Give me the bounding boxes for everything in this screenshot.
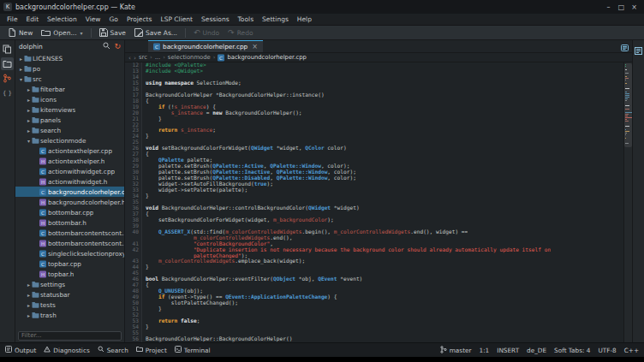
code-line[interactable]: 46bool BackgroundColorHelper::eventFilte… xyxy=(125,276,623,282)
code-line[interactable]: 25 xyxy=(125,139,623,145)
document-list-icon[interactable] xyxy=(621,39,629,55)
chevron-right-icon[interactable]: ▸ xyxy=(18,66,24,72)
redo-button[interactable]: ↷ Redo xyxy=(224,28,257,38)
menu-settings[interactable]: Settings xyxy=(258,14,293,25)
chevron-down-icon[interactable]: ▾ xyxy=(26,138,32,144)
tree-item-licenses[interactable]: ▸LICENSES xyxy=(15,53,124,63)
code-line[interactable]: 19 if (!s_instance) { xyxy=(125,104,623,110)
chevron-right-icon[interactable]: ▸ xyxy=(26,86,32,92)
code-line[interactable]: 53 return false; xyxy=(125,318,623,324)
cursor-position[interactable]: 1:1 xyxy=(479,347,489,354)
menu-selection[interactable]: Selection xyxy=(43,14,81,25)
toggle-project[interactable]: Project xyxy=(136,346,167,354)
chevron-right-icon[interactable]: ▸ xyxy=(18,56,24,62)
code-line[interactable]: 44} xyxy=(125,264,623,270)
breadcrumb-item[interactable]: src xyxy=(139,54,147,61)
maximize-button[interactable]: □ xyxy=(615,3,628,11)
symbols-toolview-button[interactable]: { } xyxy=(1,86,14,99)
undo-button[interactable]: ↶ Undo xyxy=(189,28,224,38)
code-line[interactable]: 13#include <QWidget> xyxy=(125,68,623,74)
code-line[interactable]: 17BackgroundColorHelper *BackgroundColor… xyxy=(125,92,623,98)
tree-item-bottombarcontentscont[interactable]: Hbottombarcontentscont... xyxy=(15,238,124,248)
search-icon[interactable] xyxy=(103,42,110,51)
projects-toolview-button[interactable] xyxy=(1,57,14,70)
tab-close-icon[interactable]: × xyxy=(252,43,258,50)
tree-item-icons[interactable]: ▸icons xyxy=(15,94,124,104)
dictionary-indicator[interactable]: de_DE xyxy=(527,347,546,354)
tree-filter-input[interactable] xyxy=(18,331,122,341)
code-line[interactable]: 51 } xyxy=(125,306,623,312)
toggle-diagnostics[interactable]: Diagnostics xyxy=(44,346,89,354)
tree-item-panels[interactable]: ▸panels xyxy=(15,115,124,125)
tree-item-singleclickselectionproxy[interactable]: Csingleclickselectionproxy... xyxy=(15,248,124,258)
code-line[interactable]: 43 m_colorControlledWidgets.emplace_back… xyxy=(125,258,623,264)
forward-icon[interactable]: › xyxy=(134,54,136,62)
code-line[interactable]: 24} xyxy=(125,134,623,139)
back-icon[interactable]: ‹ xyxy=(128,54,131,62)
code-line[interactable]: 26void setBackgroundColorForWidget(QWidg… xyxy=(125,145,623,151)
code-line[interactable]: 45 xyxy=(125,270,623,276)
tree-item-actiontexthelper-h[interactable]: Hactiontexthelper.h xyxy=(15,156,124,166)
code-line[interactable]: 12#include <QPalette> xyxy=(125,62,623,68)
chevron-right-icon[interactable]: ▸ xyxy=(26,312,32,318)
tree-item-kitemviews[interactable]: ▸kitemviews xyxy=(15,104,124,115)
code-line[interactable]: 30 palette.setBrush(QPalette::Inactive, … xyxy=(125,169,623,175)
breadcrumb-item[interactable]: ... xyxy=(155,54,160,61)
chevron-right-icon[interactable]: ▸ xyxy=(26,292,32,298)
new-button[interactable]: New xyxy=(3,27,37,38)
save-button[interactable]: Save xyxy=(95,27,130,38)
code-line[interactable]: 52 xyxy=(125,312,623,318)
tree-item-tests[interactable]: ▸tests xyxy=(15,300,124,310)
menu-help[interactable]: Help xyxy=(293,14,316,25)
toggle-terminal[interactable]: Terminal xyxy=(175,346,211,354)
indent-mode[interactable]: Soft Tabs: 4 xyxy=(554,347,590,354)
code-line[interactable]: 40 Q_ASSERT_X(std::find(m_colorControlle… xyxy=(125,229,623,235)
menu-file[interactable]: File xyxy=(3,14,22,25)
menu-view[interactable]: View xyxy=(81,14,105,25)
code-line[interactable]: 22 xyxy=(125,122,623,128)
tree-item-selectionmode[interactable]: ▾selectionmode xyxy=(15,135,124,145)
chevron-right-icon[interactable]: ▸ xyxy=(26,282,32,288)
toggle-output[interactable]: Output xyxy=(5,346,36,354)
tree-item-search[interactable]: ▸search xyxy=(15,125,124,135)
tree-item-topbar-cpp[interactable]: Ctopbar.cpp xyxy=(15,258,124,269)
menu-projects[interactable]: Projects xyxy=(122,14,157,25)
code-line[interactable]: 56BackgroundColorHelper::BackgroundColor… xyxy=(125,336,623,342)
tree-item-po[interactable]: ▸po xyxy=(15,63,124,74)
code-line-wrap[interactable]: paletteChanged"); xyxy=(125,253,623,259)
code-line[interactable]: 18{ xyxy=(125,98,623,104)
code-line[interactable]: 36void BackgroundColorHelper::controlBac… xyxy=(125,205,623,211)
syntax-mode[interactable]: C++ xyxy=(624,347,639,354)
tree-item-backgroundcolorhelper-c[interactable]: Cbackgroundcolorhelper.c... xyxy=(15,187,124,197)
tab-backgroundcolorhelper-cpp[interactable]: C backgroundcolorhelper.cpp × xyxy=(148,40,263,52)
code-line[interactable]: 38 setBackgroundColorForWidget(widget, m… xyxy=(125,217,623,223)
refresh-icon[interactable]: ↻ xyxy=(114,43,121,50)
tree-item-src[interactable]: ▾src xyxy=(15,74,124,84)
input-mode[interactable]: INSERT xyxy=(497,347,519,354)
code-line[interactable]: 41 "controlBackgroundColor", xyxy=(125,241,623,247)
code-line[interactable]: 50 slotPaletteChanged(); xyxy=(125,300,623,306)
code-line[interactable]: 49 if (event->type() == QEvent::Applicat… xyxy=(125,294,623,300)
preview-toolview-button[interactable] xyxy=(632,44,644,56)
code-line[interactable]: 28 QPalette palette; xyxy=(125,157,623,163)
tree-item-actionwithwidget-h[interactable]: Hactionwithwidget.h xyxy=(15,176,124,187)
code-line[interactable]: 39 xyxy=(125,223,623,229)
code-line[interactable]: 47{ xyxy=(125,282,623,288)
tree-item-topbar-h[interactable]: Htopbar.h xyxy=(15,269,124,279)
encoding-indicator[interactable]: UTF-8 xyxy=(598,347,616,354)
breadcrumb-item[interactable]: selectionmode xyxy=(168,54,211,61)
tree-item-bottombarcontentscont[interactable]: Cbottombarcontentscont... xyxy=(15,228,124,238)
breadcrumb-item[interactable]: backgroundcolorhelper.cpp xyxy=(227,54,306,61)
menu-go[interactable]: Go xyxy=(104,14,122,25)
tree-item-actiontexthelper-cpp[interactable]: Cactiontexthelper.cpp xyxy=(15,145,124,156)
tree-item-backgroundcolorhelper-h[interactable]: Hbackgroundcolorhelper.h xyxy=(15,197,124,207)
chevron-right-icon[interactable]: ▸ xyxy=(26,117,32,123)
tree-item-bottombar-cpp[interactable]: Cbottombar.cpp xyxy=(15,207,124,217)
save-as-button[interactable]: Save As... xyxy=(130,27,182,38)
code-line[interactable]: 32 widget->setAutoFillBackground(true); xyxy=(125,181,623,187)
chevron-right-icon[interactable]: ▸ xyxy=(26,128,32,134)
code-line[interactable]: 33 widget->setPalette(palette); xyxy=(125,187,623,193)
code-line[interactable]: 31 palette.setBrush(QPalette::Disabled, … xyxy=(125,175,623,181)
tree-item-trash[interactable]: ▸trash xyxy=(15,310,124,320)
minimize-button[interactable]: – xyxy=(602,3,615,11)
